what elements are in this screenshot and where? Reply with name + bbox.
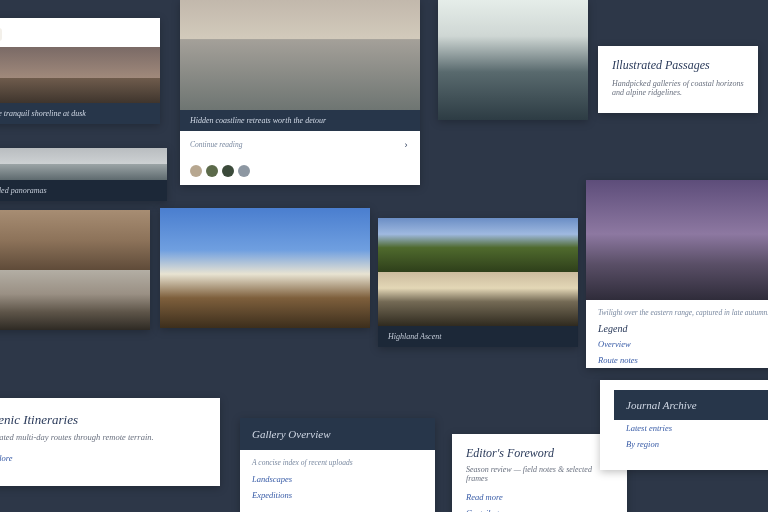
card-sub: Curated multi-day routes through remote … (0, 432, 204, 450)
link-landscapes[interactable]: Landscapes (240, 471, 435, 487)
link-latest[interactable]: Latest entries (614, 420, 768, 436)
card-mountain[interactable] (160, 208, 370, 328)
thumbnail-rocks (0, 270, 150, 330)
card-coast-strip[interactable]: Recommended panoramas (0, 148, 167, 201)
link-route-notes[interactable]: Route notes (586, 352, 768, 368)
panel-header: Journal Archive (614, 390, 768, 420)
card-title: Illustrated Passages (612, 58, 744, 79)
palette-beads (180, 159, 420, 185)
legend-heading: Legend (586, 321, 768, 336)
link-read-more[interactable]: Read more (466, 489, 613, 505)
link-expeditions[interactable]: Expeditions (240, 487, 435, 503)
feature-title-bar: Hidden coastline retreats worth the deto… (180, 110, 420, 131)
card-gallery-overview[interactable]: Gallery Overview A concise index of rece… (240, 418, 435, 512)
thumbnail-ocean (180, 0, 420, 110)
link-overview[interactable]: Overview (586, 336, 768, 352)
card-itineraries[interactable]: Scenic Itineraries Curated multi-day rou… (0, 398, 220, 486)
card-illustrated-passages[interactable]: Illustrated Passages Handpicked gallerie… (598, 46, 758, 113)
overlay-label: Highland Ascent (378, 326, 578, 347)
card-twilight[interactable]: Twilight over the eastern range, capture… (586, 180, 768, 368)
panel-note: A concise index of recent uploads (240, 450, 435, 471)
card-highlands[interactable]: Highland Ascent (378, 218, 578, 347)
caption-bar: Overlooking the tranquil shoreline at du… (0, 103, 160, 124)
thumbnail-beach-dusk (0, 47, 160, 103)
next-icon[interactable]: › (398, 137, 414, 153)
link-by-region[interactable]: By region (614, 436, 768, 452)
card-ocean-rock[interactable] (438, 0, 588, 120)
continue-hint: Continue reading (190, 140, 242, 149)
thumbnail-mountain (160, 208, 370, 328)
card-archive[interactable]: Journal Archive Latest entries By region (600, 380, 768, 470)
thumbnail-green-hills (378, 218, 578, 272)
card-note: Season review — field notes & selected f… (466, 465, 613, 489)
thumbnail-dune (0, 210, 150, 270)
card-line: Twilight over the eastern range, capture… (586, 300, 768, 321)
card-dunes[interactable] (0, 210, 150, 330)
card-blurb: Handpicked galleries of coastal horizons… (612, 79, 744, 97)
panel-header: Gallery Overview (240, 418, 435, 450)
thumbnail-purple-clouds (586, 180, 768, 300)
card-ocean-feature[interactable]: Hidden coastline retreats worth the deto… (180, 0, 420, 185)
card-beach-dusk[interactable]: Destinations Overlooking the tranquil sh… (0, 18, 160, 124)
thumbnail-ocean-rock (438, 0, 588, 120)
caption-bar: Recommended panoramas (0, 180, 167, 201)
card-title: Editor's Foreword (466, 446, 613, 465)
card-title: Scenic Itineraries (0, 412, 204, 432)
link-contributors[interactable]: Contributors (466, 505, 613, 512)
link-explore[interactable]: Explore (0, 450, 204, 466)
category-tag: Destinations (0, 28, 2, 41)
thumbnail-coast (0, 148, 167, 180)
thumbnail-sunset-hills (378, 272, 578, 326)
